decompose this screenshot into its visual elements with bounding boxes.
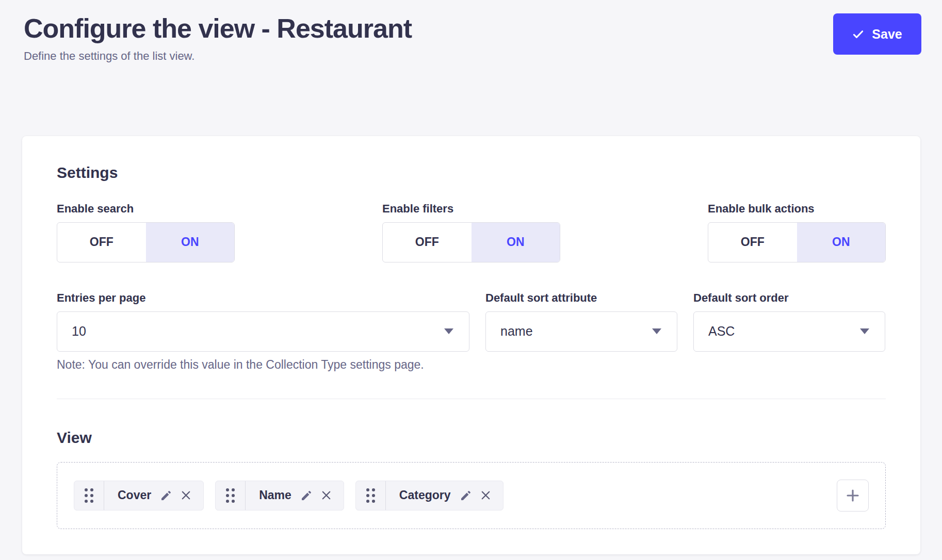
default-sort-attribute-select[interactable]: name	[485, 311, 677, 352]
pencil-icon	[460, 489, 472, 502]
entries-per-page-field: Entries per page 10 Note: You can overri…	[57, 291, 469, 372]
default-sort-attribute-value: name	[500, 324, 533, 339]
enable-bulk-actions-field: Enable bulk actions OFF ON	[708, 202, 886, 262]
settings-heading: Settings	[57, 164, 886, 182]
field-chip-label: Name	[246, 488, 300, 502]
edit-field-button[interactable]	[460, 489, 472, 502]
enable-filters-on-option[interactable]: ON	[472, 223, 560, 262]
page-header-text: Configure the view - Restaurant Define t…	[24, 13, 412, 63]
enable-bulk-actions-on-option[interactable]: ON	[797, 223, 886, 262]
entries-per-page-note: Note: You can override this value in the…	[57, 358, 469, 372]
enable-bulk-actions-toggle: OFF ON	[708, 222, 886, 262]
view-fields-dropzone: Cover Name	[57, 462, 886, 529]
default-sort-attribute-field: Default sort attribute name	[485, 291, 677, 372]
chevron-down-icon	[652, 328, 661, 334]
enable-search-label: Enable search	[57, 202, 235, 216]
section-divider	[57, 399, 886, 399]
field-chip-category[interactable]: Category	[355, 481, 504, 510]
enable-filters-off-option[interactable]: OFF	[383, 223, 472, 262]
field-chip-label: Cover	[104, 488, 160, 502]
edit-field-button[interactable]	[160, 489, 172, 502]
remove-field-button[interactable]	[480, 489, 492, 501]
enable-filters-toggle: OFF ON	[382, 222, 560, 262]
view-heading: View	[57, 429, 886, 447]
remove-field-button[interactable]	[320, 489, 332, 501]
close-icon	[180, 489, 192, 501]
drag-handle-icon[interactable]	[216, 481, 246, 510]
check-icon	[852, 28, 864, 40]
enable-bulk-actions-label: Enable bulk actions	[708, 202, 886, 216]
close-icon	[480, 489, 492, 501]
default-sort-order-field: Default sort order ASC	[693, 291, 885, 372]
close-icon	[320, 489, 332, 501]
field-chip-label: Category	[386, 488, 460, 502]
save-button-label: Save	[872, 27, 902, 42]
enable-search-off-option[interactable]: OFF	[57, 223, 146, 262]
entries-per-page-select[interactable]: 10	[57, 311, 469, 352]
chevron-down-icon	[444, 328, 453, 334]
settings-card: Settings Enable search OFF ON Enable fil…	[22, 136, 920, 554]
add-field-button[interactable]	[837, 480, 869, 512]
default-sort-order-select[interactable]: ASC	[693, 311, 885, 352]
drag-handle-icon[interactable]	[74, 481, 104, 510]
default-sort-order-label: Default sort order	[693, 291, 885, 305]
default-sort-order-value: ASC	[708, 324, 735, 339]
page-header: Configure the view - Restaurant Define t…	[0, 0, 942, 63]
selects-row: Entries per page 10 Note: You can overri…	[57, 291, 886, 372]
pencil-icon	[300, 489, 313, 502]
field-chip-cover[interactable]: Cover	[74, 481, 204, 510]
save-button[interactable]: Save	[833, 13, 921, 55]
page-subtitle: Define the settings of the list view.	[24, 50, 412, 63]
entries-per-page-value: 10	[72, 324, 86, 339]
drag-handle-icon[interactable]	[356, 481, 386, 510]
toggles-row: Enable search OFF ON Enable filters OFF …	[57, 202, 886, 262]
remove-field-button[interactable]	[180, 489, 192, 501]
edit-field-button[interactable]	[300, 489, 313, 502]
chevron-down-icon	[860, 328, 869, 334]
enable-search-toggle: OFF ON	[57, 222, 235, 262]
field-chip-name[interactable]: Name	[215, 481, 344, 510]
enable-filters-label: Enable filters	[382, 202, 560, 216]
page-title: Configure the view - Restaurant	[24, 13, 412, 44]
enable-search-field: Enable search OFF ON	[57, 202, 235, 262]
plus-icon	[845, 488, 860, 503]
default-sort-attribute-label: Default sort attribute	[485, 291, 677, 305]
enable-bulk-actions-off-option[interactable]: OFF	[708, 223, 797, 262]
enable-filters-field: Enable filters OFF ON	[382, 202, 560, 262]
pencil-icon	[160, 489, 172, 502]
enable-search-on-option[interactable]: ON	[146, 223, 235, 262]
entries-per-page-label: Entries per page	[57, 291, 469, 305]
